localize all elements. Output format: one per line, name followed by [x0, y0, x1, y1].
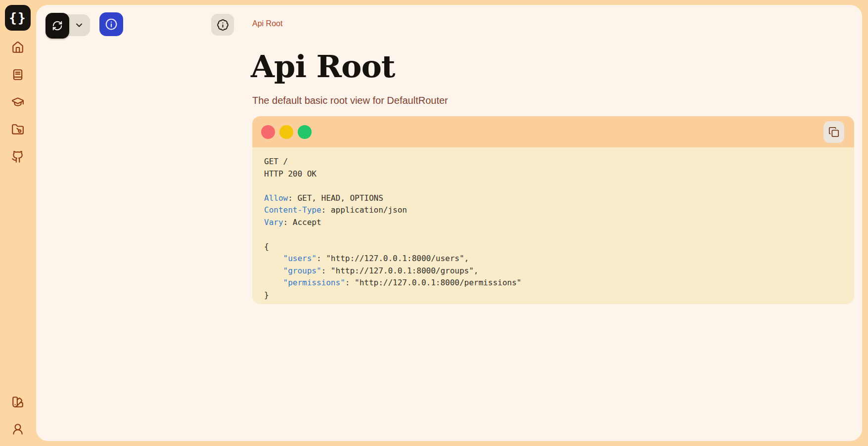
terminal-body: GET /HTTP 200 OK Allow: GET, HEAD, OPTIO…	[252, 147, 854, 304]
refresh-split-button	[46, 13, 90, 39]
sidebar: {}	[0, 0, 36, 446]
page: { "colors": { "page_bg": "#fcd7a3", "pan…	[0, 0, 868, 446]
badge-info-button[interactable]	[211, 14, 234, 36]
main-panel: Api Root Api Root The default basic root…	[36, 5, 862, 441]
chevron-down-icon[interactable]	[74, 20, 84, 30]
copy-icon	[828, 127, 839, 137]
terminal-header	[252, 116, 854, 147]
page-subtitle: The default basic root view for DefaultR…	[252, 94, 448, 106]
app-logo-text: {}	[9, 10, 26, 25]
code-line: Content-Type: application/json	[264, 204, 842, 217]
code-line: Vary: Accept	[264, 217, 842, 229]
book-icon[interactable]	[11, 68, 24, 81]
code-line	[264, 180, 842, 192]
terminal-code: GET /HTTP 200 OK Allow: GET, HEAD, OPTIO…	[264, 156, 842, 301]
code-line: }	[264, 289, 842, 302]
app-logo[interactable]: {}	[5, 5, 31, 31]
green-dot	[298, 125, 312, 139]
code-line: HTTP 200 OK	[264, 168, 842, 180]
breadcrumb[interactable]: Api Root	[252, 19, 282, 28]
page-title: Api Root	[251, 51, 395, 82]
code-line: GET /	[264, 156, 842, 168]
graduation-cap-icon[interactable]	[11, 95, 24, 108]
code-line: "users": "http://127.0.0.1:8000/users",	[264, 253, 842, 265]
red-dot	[261, 125, 275, 139]
code-line: {	[264, 241, 842, 253]
copy-button[interactable]	[823, 121, 844, 143]
github-icon[interactable]	[11, 150, 24, 163]
swatch-book-icon[interactable]	[11, 396, 24, 408]
code-line: "permissions": "http://127.0.0.1:8000/pe…	[264, 277, 842, 289]
code-line	[264, 228, 842, 241]
code-line: "groups": "http://127.0.0.1:8000/groups"…	[264, 265, 842, 277]
refresh-icon	[52, 20, 63, 31]
yellow-dot	[279, 125, 293, 139]
terminal-dots	[261, 125, 312, 139]
info-button[interactable]	[99, 12, 123, 36]
info-icon	[105, 18, 118, 31]
folder-git-icon[interactable]	[11, 123, 24, 136]
response-terminal: GET /HTTP 200 OK Allow: GET, HEAD, OPTIO…	[252, 116, 854, 304]
badge-info-icon	[217, 19, 229, 31]
home-icon[interactable]	[11, 41, 24, 54]
code-line: Allow: GET, HEAD, OPTIONS	[264, 192, 842, 205]
refresh-button[interactable]	[46, 13, 69, 39]
user-icon[interactable]	[11, 423, 24, 436]
